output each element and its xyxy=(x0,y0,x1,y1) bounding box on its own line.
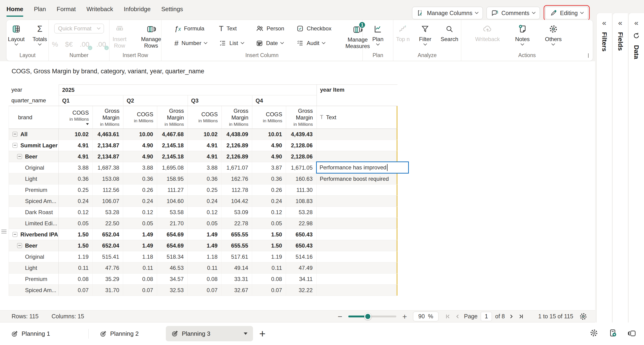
value-cell[interactable]: 1.50 xyxy=(59,229,92,240)
value-cell[interactable]: 1.50 xyxy=(252,229,286,240)
value-cell[interactable]: 10.00 xyxy=(123,129,157,140)
menu-writeback[interactable]: Writeback xyxy=(86,6,113,17)
value-cell[interactable]: 4.90 xyxy=(123,151,157,162)
value-cell[interactable]: 49.14 xyxy=(222,262,252,273)
row-header[interactable]: Spiced Am... xyxy=(8,196,59,206)
value-cell[interactable]: 0.05 xyxy=(188,218,222,229)
date-column-button[interactable]: Date xyxy=(256,40,284,47)
previous-page-button[interactable] xyxy=(454,313,461,320)
value-cell[interactable]: 1,671.05 xyxy=(286,162,316,173)
tab-planning-3-active[interactable]: Planning 3 xyxy=(166,326,253,341)
note-cell[interactable] xyxy=(316,285,398,295)
value-cell[interactable]: 4.90 xyxy=(252,151,286,162)
value-cell[interactable]: 4.90 xyxy=(252,140,286,151)
zoom-level-box[interactable]: 90 % xyxy=(413,311,438,321)
tab-planning-1[interactable]: Planning 1 xyxy=(11,322,50,345)
value-cell[interactable]: 0.24 xyxy=(252,196,286,206)
value-cell[interactable]: 0.24 xyxy=(123,196,157,206)
value-cell[interactable]: 2,145.18 xyxy=(157,140,188,151)
value-cell[interactable]: 517.61 xyxy=(222,251,252,262)
row-header[interactable]: Light xyxy=(8,173,59,184)
value-cell[interactable]: 1.19 xyxy=(252,251,286,262)
note-cell[interactable] xyxy=(316,196,398,206)
value-cell[interactable]: 162.76 xyxy=(222,173,252,184)
value-cell[interactable]: 3.88 xyxy=(123,162,157,173)
last-page-button[interactable] xyxy=(518,313,524,320)
row-header[interactable]: Dark Roast xyxy=(8,207,59,218)
row-header[interactable]: Riverbend IPA xyxy=(8,229,59,240)
value-cell[interactable]: 654.69 xyxy=(157,229,188,240)
quarter-header-Q3[interactable]: Q3 xyxy=(188,95,252,106)
value-cell[interactable]: 2,134.87 xyxy=(92,151,123,162)
value-cell[interactable]: 652.04 xyxy=(92,240,123,251)
value-cell[interactable]: 0.08 xyxy=(188,273,222,284)
page-number-input[interactable] xyxy=(481,312,492,321)
value-cell[interactable]: 0.05 xyxy=(123,218,157,229)
expand-left-icon[interactable]: « xyxy=(634,19,638,27)
cogs-header-Q1[interactable]: COGSin Millions xyxy=(59,106,92,129)
value-cell[interactable]: 0.12 xyxy=(123,207,157,218)
value-cell[interactable]: 0.12 xyxy=(188,207,222,218)
row-header[interactable]: Premium xyxy=(8,184,59,195)
plan-button[interactable]: Plan xyxy=(372,24,383,45)
note-cell[interactable] xyxy=(316,207,398,218)
value-cell[interactable]: 111.30 xyxy=(286,184,316,195)
value-cell[interactable]: 2,128.06 xyxy=(286,151,316,162)
value-cell[interactable]: 10.01 xyxy=(252,129,286,140)
note-cell[interactable] xyxy=(316,151,398,162)
value-cell[interactable]: 515.41 xyxy=(92,251,123,262)
value-cell[interactable]: 0.36 xyxy=(123,173,157,184)
value-cell[interactable]: 0.08 xyxy=(59,273,92,284)
gross-margin-header-Q3[interactable]: Gross Marginin Millions xyxy=(222,106,252,129)
value-cell[interactable]: 1.49 xyxy=(188,229,222,240)
value-cell[interactable]: 0.11 xyxy=(59,262,92,273)
notes-button[interactable]: Notes xyxy=(515,24,530,45)
value-cell[interactable]: 32.53 xyxy=(157,285,188,295)
value-cell[interactable]: 1,671.07 xyxy=(222,162,252,173)
gross-margin-header-Q1[interactable]: Gross Marginin Millions xyxy=(92,106,123,129)
value-cell[interactable]: 22.98 xyxy=(286,218,316,229)
number-column-button[interactable]: # Number xyxy=(174,40,207,47)
note-cell[interactable] xyxy=(316,273,398,284)
value-cell[interactable]: 0.25 xyxy=(188,184,222,195)
value-cell[interactable]: 0.05 xyxy=(59,218,92,229)
value-cell[interactable]: 111.27 xyxy=(157,184,188,195)
text-column-type-header[interactable]: T Text xyxy=(316,106,398,129)
value-cell[interactable]: 34.11 xyxy=(286,273,316,284)
cogs-header-Q3[interactable]: COGSin Millions xyxy=(188,106,222,129)
value-cell[interactable]: 655.55 xyxy=(222,229,252,240)
menu-plan[interactable]: Plan xyxy=(34,6,46,17)
row-header[interactable]: Spiced Am... xyxy=(8,285,59,295)
value-cell[interactable]: 46.53 xyxy=(157,262,188,273)
cogs-header-Q4[interactable]: COGSin Millions xyxy=(252,106,286,129)
collapse-icon[interactable] xyxy=(12,132,18,137)
value-cell[interactable]: 34.57 xyxy=(157,273,188,284)
value-cell[interactable]: 1.49 xyxy=(188,240,222,251)
note-cell[interactable] xyxy=(316,140,398,151)
fields-panel-strip[interactable]: « Fields xyxy=(612,13,628,345)
note-cell[interactable] xyxy=(316,251,398,262)
manage-rows-button[interactable]: Manage Rows xyxy=(140,24,163,49)
collapse-icon[interactable] xyxy=(17,243,22,248)
value-cell[interactable]: 0.11 xyxy=(252,262,286,273)
quarter-dimension-label[interactable]: quarter_name xyxy=(8,95,59,106)
value-cell[interactable]: 3.87 xyxy=(252,162,286,173)
value-cell[interactable]: 4.91 xyxy=(188,151,222,162)
value-cell[interactable]: 2,134.87 xyxy=(92,140,123,151)
menu-home[interactable]: Home xyxy=(6,6,23,17)
list-column-button[interactable]: List xyxy=(219,40,244,47)
value-cell[interactable]: 22.50 xyxy=(92,218,123,229)
brand-header[interactable]: brand xyxy=(8,106,59,129)
value-cell[interactable]: 1.50 xyxy=(252,240,286,251)
note-cell[interactable] xyxy=(316,184,398,195)
value-cell[interactable]: 2,145.18 xyxy=(157,151,188,162)
row-header[interactable]: Beer xyxy=(8,151,59,162)
value-cell[interactable]: 1.18 xyxy=(188,251,222,262)
menu-settings[interactable]: Settings xyxy=(161,6,183,17)
value-cell[interactable]: 4,438.09 xyxy=(222,129,252,140)
value-cell[interactable]: 4.90 xyxy=(123,140,157,151)
value-cell[interactable]: 53.28 xyxy=(286,207,316,218)
status-settings-gear-icon[interactable] xyxy=(579,312,587,320)
row-drag-handle-icon[interactable] xyxy=(2,230,6,233)
value-cell[interactable]: 4.91 xyxy=(59,151,92,162)
